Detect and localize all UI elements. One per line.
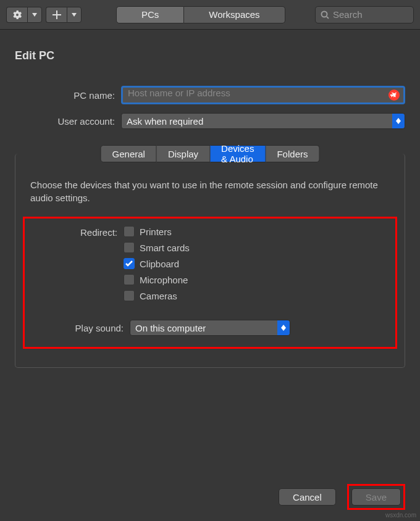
watermark: wsxdn.com [385, 512, 416, 519]
cancel-button[interactable]: Cancel [279, 488, 336, 506]
checkbox-label: Printers [140, 227, 172, 237]
pc-name-label: PC name: [15, 90, 121, 101]
user-account-label: User account: [15, 116, 121, 127]
main-tabs: PCs Workspaces [116, 6, 285, 23]
checkbox-clipboard[interactable] [124, 258, 135, 269]
chevron-down-icon [32, 13, 37, 17]
dialog-content: Edit PC PC name: User account: Ask when … [0, 30, 420, 380]
pc-name-input[interactable] [128, 88, 384, 98]
tab-pcs[interactable]: PCs [116, 6, 184, 23]
checkbox-label: Cameras [140, 291, 177, 301]
chevron-down-icon [72, 13, 77, 17]
user-account-select[interactable]: Ask when required [121, 113, 405, 129]
search-input[interactable]: Search [315, 6, 414, 23]
checkbox-label: Clipboard [140, 259, 179, 269]
play-sound-row: Play sound: On this computer [32, 320, 384, 336]
plus-icon [52, 10, 61, 19]
redirect-checklist: Printers Smart cards Clipboard [124, 226, 190, 301]
highlight-box: Redirect: Printers Smart cards [23, 217, 397, 349]
pc-name-row: PC name: [15, 86, 405, 104]
tab-workspaces[interactable]: Workspaces [184, 6, 285, 23]
check-item-clipboard: Clipboard [124, 258, 190, 269]
play-sound-value: On this computer [135, 323, 206, 333]
dialog-title: Edit PC [15, 49, 405, 62]
add-split-button [46, 7, 82, 23]
settings-button[interactable] [6, 7, 27, 23]
check-item-smartcards: Smart cards [124, 242, 190, 253]
settings-panel: General Display Devices & Audio Folders … [15, 154, 405, 368]
user-account-value: Ask when required [127, 116, 203, 127]
play-sound-label: Play sound: [32, 323, 130, 333]
settings-split-button [6, 7, 42, 23]
checkbox-cameras[interactable] [124, 290, 135, 301]
tab-display[interactable]: Display [157, 145, 210, 162]
svg-line-1 [327, 17, 329, 19]
tab-general[interactable]: General [101, 145, 157, 162]
play-sound-select[interactable]: On this computer [130, 320, 290, 336]
checkbox-smartcards[interactable] [124, 242, 135, 253]
panel-body: Choose the devices that you want to use … [15, 154, 405, 367]
select-arrows-icon [277, 320, 290, 335]
checkbox-microphone[interactable] [124, 274, 135, 285]
redirect-label: Redirect: [32, 226, 124, 301]
pc-name-input-wrapper [121, 86, 405, 104]
redirect-row: Redirect: Printers Smart cards [32, 226, 384, 301]
svg-point-0 [322, 11, 327, 17]
gear-icon [12, 10, 22, 20]
dialog-footer: Cancel Save [279, 484, 405, 510]
save-highlight: Save [347, 484, 405, 510]
panel-description: Choose the devices that you want to use … [30, 178, 390, 204]
search-icon [321, 10, 329, 19]
check-item-microphone: Microphone [124, 274, 190, 285]
settings-dropdown-button[interactable] [27, 7, 42, 23]
search-placeholder: Search [333, 9, 363, 20]
add-button[interactable] [46, 7, 67, 23]
check-item-printers: Printers [124, 226, 190, 237]
tab-devices-audio[interactable]: Devices & Audio [210, 145, 266, 162]
user-account-row: User account: Ask when required [15, 113, 405, 129]
add-dropdown-button[interactable] [67, 7, 82, 23]
select-arrows-icon [392, 114, 405, 128]
toolbar: PCs Workspaces Search [0, 0, 420, 30]
checkbox-printers[interactable] [124, 226, 135, 237]
checkbox-label: Smart cards [140, 243, 190, 253]
save-button[interactable]: Save [351, 488, 401, 506]
check-item-cameras: Cameras [124, 290, 190, 301]
panel-tabs: General Display Devices & Audio Folders [101, 145, 320, 162]
checkbox-label: Microphone [140, 275, 188, 285]
tab-folders[interactable]: Folders [266, 145, 319, 162]
error-icon [388, 90, 400, 101]
